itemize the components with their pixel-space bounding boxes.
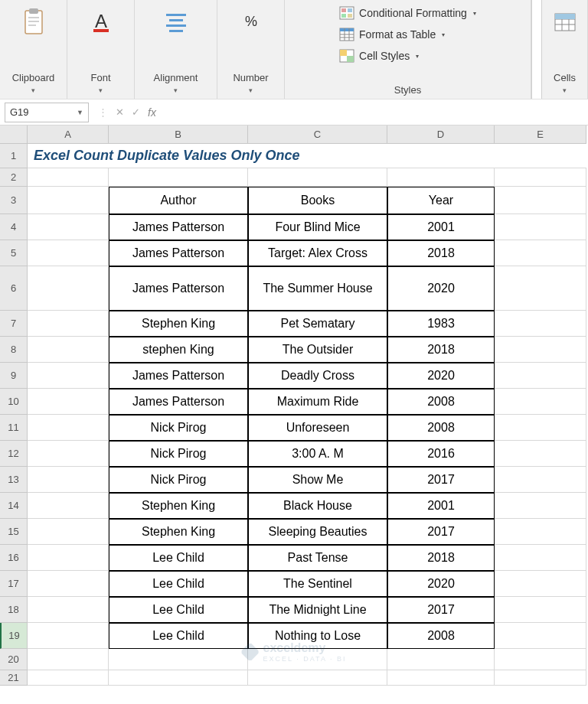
- cell[interactable]: [28, 363, 109, 389]
- cell-book[interactable]: Target: Alex Cross: [248, 240, 387, 266]
- cell[interactable]: [28, 214, 109, 240]
- cell[interactable]: [495, 337, 586, 363]
- row-header-19[interactable]: 19: [0, 623, 28, 649]
- cell[interactable]: [495, 214, 586, 240]
- cell[interactable]: [495, 266, 586, 311]
- cell[interactable]: [109, 670, 248, 686]
- row-header-12[interactable]: 12: [0, 441, 28, 467]
- cell-author[interactable]: James Patterson: [109, 214, 248, 240]
- cell[interactable]: [495, 240, 586, 266]
- row-header-1[interactable]: 1: [0, 144, 28, 168]
- row-header-4[interactable]: 4: [0, 214, 28, 240]
- cell[interactable]: [28, 240, 109, 266]
- row-header-7[interactable]: 7: [0, 311, 28, 337]
- row-header-3[interactable]: 3: [0, 187, 28, 214]
- cell[interactable]: [28, 670, 109, 686]
- table-header-author[interactable]: Author: [109, 187, 248, 214]
- cell[interactable]: [28, 311, 109, 337]
- cell-year[interactable]: 1983: [387, 311, 495, 337]
- cell-author[interactable]: James Patterson: [109, 240, 248, 266]
- cell-year[interactable]: 2001: [387, 214, 495, 240]
- format-as-table-button[interactable]: Format as Table▾: [336, 26, 479, 43]
- chevron-down-icon[interactable]: ▼: [77, 109, 83, 116]
- table-header-year[interactable]: Year: [387, 187, 495, 214]
- cell[interactable]: [387, 670, 495, 686]
- cell-styles-button[interactable]: Cell Styles▾: [336, 47, 479, 64]
- row-header-17[interactable]: 17: [0, 571, 28, 597]
- row-header-11[interactable]: 11: [0, 415, 28, 441]
- cell[interactable]: [28, 545, 109, 571]
- col-header-D[interactable]: D: [387, 125, 495, 144]
- cell-author[interactable]: Lee Child: [109, 597, 248, 623]
- cell[interactable]: [28, 187, 109, 214]
- cell-year[interactable]: 2018: [387, 337, 495, 363]
- cell[interactable]: [28, 519, 109, 545]
- cell[interactable]: [495, 363, 586, 389]
- cell[interactable]: [28, 597, 109, 623]
- cell-year[interactable]: 2016: [387, 441, 495, 467]
- cell-author[interactable]: James Patterson: [109, 363, 248, 389]
- select-all-corner[interactable]: [0, 125, 28, 144]
- cell-author[interactable]: stephen King: [109, 337, 248, 363]
- cell-book[interactable]: 3:00 A. M: [248, 441, 387, 467]
- cell[interactable]: [495, 389, 586, 415]
- formula-confirm-icon[interactable]: ✓: [132, 106, 140, 118]
- cell[interactable]: [248, 670, 387, 686]
- cell[interactable]: [495, 467, 586, 493]
- conditional-formatting-button[interactable]: Conditional Formatting▾: [336, 5, 479, 21]
- cell-author[interactable]: Nick Pirog: [109, 467, 248, 493]
- cell[interactable]: [495, 597, 586, 623]
- cell[interactable]: [495, 519, 586, 545]
- cell-book[interactable]: The Sentinel: [248, 571, 387, 597]
- cell[interactable]: [495, 623, 586, 649]
- cell-author[interactable]: Stephen King: [109, 311, 248, 337]
- cell[interactable]: [28, 266, 109, 311]
- ribbon-group-number[interactable]: % Number▾: [217, 0, 285, 99]
- row-header-15[interactable]: 15: [0, 519, 28, 545]
- cell[interactable]: [248, 168, 387, 187]
- cell-author[interactable]: Lee Child: [109, 571, 248, 597]
- cell-author[interactable]: Lee Child: [109, 623, 248, 649]
- cell-book[interactable]: The Midnight Line: [248, 597, 387, 623]
- cell-year[interactable]: 2017: [387, 519, 495, 545]
- cell[interactable]: [109, 649, 248, 670]
- cell-year[interactable]: 2018: [387, 545, 495, 571]
- cell[interactable]: [495, 187, 586, 214]
- row-header-6[interactable]: 6: [0, 266, 28, 311]
- cell-author[interactable]: Stephen King: [109, 493, 248, 519]
- cell[interactable]: [495, 168, 586, 187]
- row-header-16[interactable]: 16: [0, 545, 28, 571]
- cell-year[interactable]: 2008: [387, 415, 495, 441]
- cell[interactable]: [28, 467, 109, 493]
- cell-book[interactable]: The Summer House: [248, 266, 387, 311]
- ribbon-group-cells[interactable]: Cells▾: [542, 0, 588, 99]
- formula-cancel-icon[interactable]: ✕: [116, 106, 124, 118]
- row-header-9[interactable]: 9: [0, 363, 28, 389]
- name-box[interactable]: G19 ▼: [5, 103, 89, 122]
- cell[interactable]: [495, 571, 586, 597]
- row-header-18[interactable]: 18: [0, 597, 28, 623]
- row-header-8[interactable]: 8: [0, 337, 28, 363]
- cell-year[interactable]: 2017: [387, 597, 495, 623]
- cell-year[interactable]: 2020: [387, 571, 495, 597]
- row-header-5[interactable]: 5: [0, 240, 28, 266]
- cell-year[interactable]: 2018: [387, 240, 495, 266]
- cell-author[interactable]: James Patterson: [109, 389, 248, 415]
- cell-year[interactable]: 2017: [387, 467, 495, 493]
- row-header-2[interactable]: 2: [0, 168, 28, 187]
- cell[interactable]: [495, 415, 586, 441]
- row-header-14[interactable]: 14: [0, 493, 28, 519]
- cell[interactable]: [28, 441, 109, 467]
- row-header-10[interactable]: 10: [0, 389, 28, 415]
- cell-book[interactable]: The Outsider: [248, 337, 387, 363]
- cell-author[interactable]: James Patterson: [109, 266, 248, 311]
- cell-book[interactable]: Four Blind Mice: [248, 214, 387, 240]
- cell[interactable]: [248, 649, 387, 670]
- col-header-C[interactable]: C: [248, 125, 387, 144]
- row-header-20[interactable]: 20: [0, 649, 28, 670]
- sheet-title[interactable]: Excel Count Duplicate Values Only Once: [28, 144, 586, 168]
- col-header-B[interactable]: B: [109, 125, 248, 144]
- cell[interactable]: [495, 493, 586, 519]
- cell-book[interactable]: Deadly Cross: [248, 363, 387, 389]
- cell-year[interactable]: 2020: [387, 363, 495, 389]
